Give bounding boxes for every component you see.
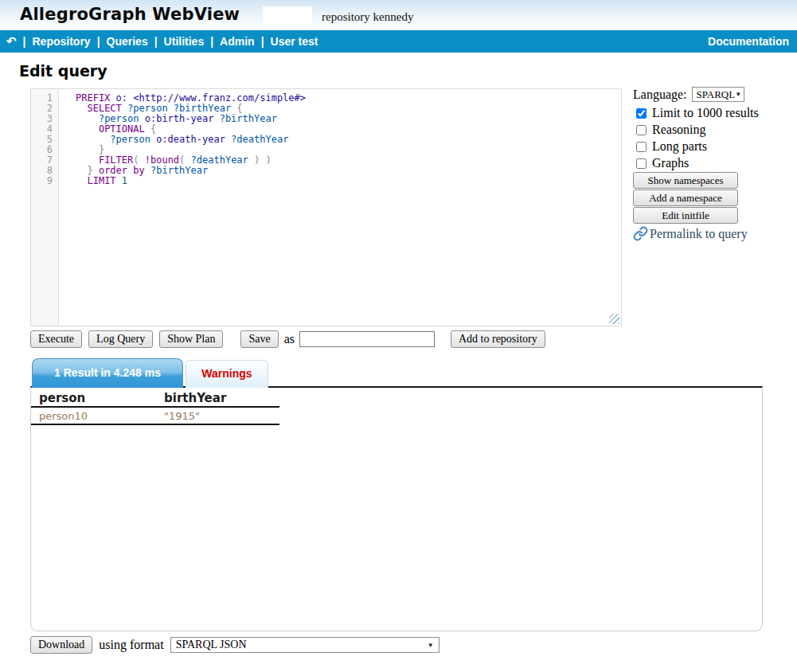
reasoning-checkbox[interactable] [636,125,647,135]
results-table: personbirthYear person10"1915" [31,389,279,425]
nav-item-user-test[interactable]: User test [271,35,318,48]
nav-item-utilities[interactable]: Utilities [164,35,205,48]
code-token [248,154,254,166]
code-token: 1 [122,175,127,186]
app-header: AllegroGraph WebView repository kennedy [0,0,797,30]
code-token: ?person [99,113,139,124]
code-token: PREFIX [76,92,110,104]
code-token: o: [116,92,127,104]
table-row[interactable]: person10"1915" [31,408,279,425]
nav-separator: | [97,35,100,48]
add-to-repository-button[interactable]: Add to repository [451,330,545,348]
nav-items: ↶ |Repository|Queries|Utilities|Admin|Us… [6,34,318,49]
code-token [93,165,99,176]
code-token [145,123,150,135]
code-token [76,113,99,124]
save-as-input[interactable] [299,331,435,347]
code-token: ) [266,154,272,166]
nav-separator: | [154,35,158,48]
results-table-body: person10"1915" [31,408,279,425]
edit-initfile-button[interactable]: Edit initfile [633,207,738,224]
download-button[interactable]: Download [30,636,92,654]
code-token [76,165,87,176]
main-navbar: ↶ |Repository|Queries|Utilities|Admin|Us… [0,30,797,53]
editor-code-area[interactable]: PREFIX o: <http://www.franz.com/simple#>… [60,89,621,326]
nav-separator: | [261,35,264,48]
code-token: by [133,165,144,176]
nav-item-repository[interactable]: Repository [33,35,91,48]
editor-line-numbers: 123456789 [31,89,59,326]
checkbox-label: Reasoning [652,123,706,137]
nav-item-admin[interactable]: Admin [220,35,255,48]
limit-to-1000-results-checkbox[interactable] [636,108,647,119]
code-token: LIMIT [87,175,115,186]
column-header-birthyear: birthYear [164,391,279,405]
back-arrow-icon[interactable]: ↶ [6,34,17,49]
code-token: ?person [110,134,150,145]
permalink-label: Permalink to query [650,227,748,241]
checkbox-graphs[interactable]: Graphs [636,155,760,171]
query-options-panel: Language: SPARQL ▼ Limit to 1000 results… [633,87,760,241]
format-select[interactable]: SPARQL JSON ▼ [170,637,440,653]
tab-results[interactable]: 1 Result in 4.248 ms [32,358,183,388]
code-token: order [99,165,127,176]
nav-separator: | [210,35,213,48]
checkbox-label: Graphs [652,156,689,170]
code-token: } [87,165,92,176]
show-plan-button[interactable]: Show Plan [159,330,223,348]
code-token [76,103,87,114]
code-token [145,165,150,176]
code-token [260,154,265,166]
table-cell: "1915" [164,410,279,422]
header-blank-patch [263,6,312,24]
code-token: ?birthYear [174,103,231,114]
chevron-down-icon: ▼ [735,91,741,98]
code-token [76,144,99,155]
code-token: ?deathYear [231,134,288,145]
code-token: { [150,123,156,135]
link-chain-icon [633,226,648,241]
code-token [76,123,99,135]
checkbox-label: Long parts [652,139,707,154]
language-row: Language: SPARQL ▼ [633,87,760,102]
format-select-value: SPARQL JSON [176,639,247,651]
checkbox-reasoning[interactable]: Reasoning [636,122,760,138]
language-select[interactable]: SPARQL ▼ [692,87,744,102]
checkbox-label: Limit to 1000 results [652,106,759,120]
nav-item-queries[interactable]: Queries [107,35,148,48]
chevron-down-icon: ▼ [428,642,434,649]
show-namespaces-button[interactable]: Show namespaces [633,172,738,189]
code-token [185,154,190,166]
code-token [139,113,144,124]
code-token: } [99,144,104,155]
graphs-checkbox[interactable] [636,158,647,169]
code-line-3: ?person o:birth-year ?birthYear [76,114,621,124]
nav-separator: | [23,35,26,48]
execute-button[interactable]: Execute [30,330,82,348]
query-editor[interactable]: 123456789 PREFIX o: <http://www.franz.co… [30,88,622,326]
tab-warnings[interactable]: Warnings [186,360,268,388]
log-query-button[interactable]: Log Query [88,330,153,348]
option-buttons: Show namespacesAdd a namespaceEdit initf… [633,172,760,224]
code-token: ?birthYear [220,113,277,124]
code-token: ( [133,154,139,166]
code-line-5: ?person o:death-year ?deathYear [76,135,621,145]
permalink-link[interactable]: Permalink to query [633,226,760,241]
code-token [213,113,219,124]
code-token [122,103,127,114]
column-header-person: person [31,391,164,405]
app-title: AllegroGraph WebView [20,5,240,24]
nav-item-documentation[interactable]: Documentation [708,35,789,48]
line-number: 9 [31,176,53,186]
add-a-namespace-button[interactable]: Add a namespace [633,189,738,206]
save-button[interactable]: Save [240,330,278,348]
checkbox-long-parts[interactable]: Long parts [636,139,760,154]
editor-resize-handle[interactable] [609,314,619,324]
query-actions-row: Execute Log Query Show Plan Save as Add … [30,330,545,348]
checkbox-limit-to-1000-results[interactable]: Limit to 1000 results [636,105,760,121]
code-token: { [236,103,242,114]
code-token [139,154,145,166]
results-table-header: personbirthYear [31,389,279,408]
code-token: SELECT [87,103,121,114]
long-parts-checkbox[interactable] [636,142,647,152]
